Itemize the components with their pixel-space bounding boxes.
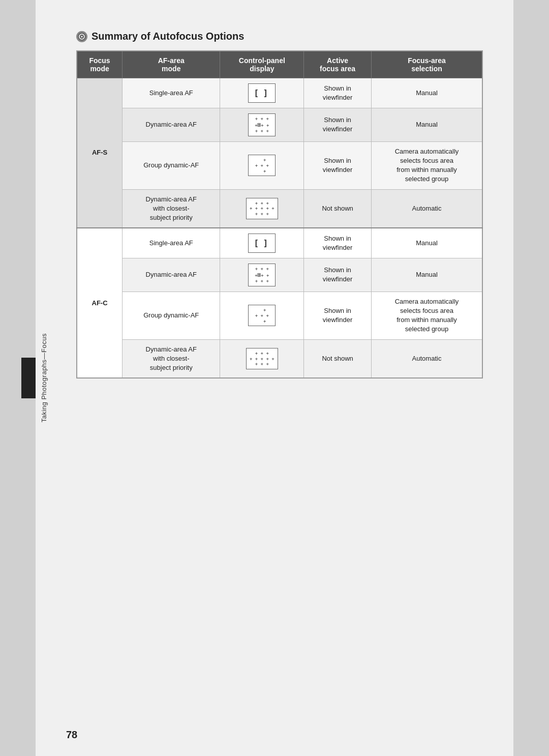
focus-selection-cell: Manual — [371, 78, 482, 108]
control-display-cell: + + + + + + + + + + + — [220, 339, 304, 378]
active-focus-cell: Shown inviewfinder — [304, 228, 372, 258]
af-area-mode-cell: Group dynamic-AF — [123, 141, 220, 189]
focus-mode-afc: AF-C — [77, 228, 123, 378]
sidebar-label: Taking Photographs—Focus — [40, 333, 48, 422]
dot-pattern-closest: + + + + + + + + + + + — [250, 200, 274, 217]
svg-point-2 — [81, 36, 83, 37]
dynamic-icon-afc: + + + +⊞+ + + + + — [248, 264, 276, 286]
closest-icon: + + + + + + + + + + + — [246, 198, 278, 219]
control-display-cell: [ ] — [220, 228, 304, 258]
table-header-row: Focusmode AF-areamode Control-paneldispl… — [77, 51, 482, 78]
page-number: 78 — [66, 729, 77, 741]
table-row: Dynamic-area AFwith closest-subject prio… — [77, 189, 482, 228]
dot-pattern-dynamic-afc: + + + +⊞+ + + + + — [255, 266, 269, 284]
focus-selection-cell: Manual — [371, 228, 482, 258]
focus-selection-cell: Automatic — [371, 189, 482, 228]
table-row: Dynamic-area AFwith closest-subject prio… — [77, 339, 482, 378]
focus-mode-afs: AF-S — [77, 78, 123, 228]
page-title: Summary of Autofocus Options — [92, 31, 244, 42]
control-display-cell: + + + +⊞+ + + + + — [220, 258, 304, 292]
control-display-cell: + + + +⊞+ + + + + — [220, 108, 304, 142]
control-display-cell: [ ] — [220, 78, 304, 108]
table-row: AF-S Single-area AF [ ] Shown inviewfind… — [77, 78, 482, 108]
active-focus-cell: Shown inviewfinder — [304, 258, 372, 292]
title-row: Summary of Autofocus Options — [76, 31, 483, 42]
focus-selection-cell: Automatic — [371, 339, 482, 378]
af-area-mode-cell: Dynamic-area AFwith closest-subject prio… — [123, 189, 220, 228]
focus-selection-cell: Manual — [371, 258, 482, 292]
af-area-mode-cell: Single-area AF — [123, 228, 220, 258]
active-focus-cell: Not shown — [304, 189, 372, 228]
af-area-mode-cell: Dynamic-area AF — [123, 108, 220, 142]
autofocus-table: Focusmode AF-areamode Control-paneldispl… — [76, 50, 483, 379]
closest-icon-afc: + + + + + + + + + + + — [246, 348, 278, 369]
dot-pattern-group: + + + + + — [255, 157, 269, 173]
focus-selection-cell: Manual — [371, 108, 482, 142]
active-focus-cell: Shown inviewfinder — [304, 292, 372, 339]
section-icon — [76, 31, 87, 42]
bracket-icon-afc: [ ] — [248, 234, 276, 253]
active-focus-cell: Shown inviewfinder — [304, 108, 372, 142]
group-icon-afc: + + + + + — [248, 305, 276, 326]
page-container: Taking Photographs—Focus Summary of Auto… — [36, 0, 513, 756]
focus-selection-cell: Camera automaticallyselects focus areafr… — [371, 141, 482, 189]
focus-selection-cell: Camera automaticallyselects focus areafr… — [371, 292, 482, 339]
af-area-mode-cell: Dynamic-area AFwith closest-subject prio… — [123, 339, 220, 378]
col-header-focus-mode: Focusmode — [77, 51, 123, 78]
col-header-control-panel: Control-paneldisplay — [220, 51, 304, 78]
col-header-focus-selection: Focus-areaselection — [371, 51, 482, 78]
active-focus-cell: Shown inviewfinder — [304, 78, 372, 108]
active-focus-cell: Not shown — [304, 339, 372, 378]
col-header-active-focus: Activefocus area — [304, 51, 372, 78]
sidebar-tab: Taking Photographs—Focus — [36, 0, 52, 756]
af-area-mode-cell: Single-area AF — [123, 78, 220, 108]
active-focus-cell: Shown inviewfinder — [304, 141, 372, 189]
table-row: Dynamic-area AF + + + +⊞+ + + + + Shown … — [77, 108, 482, 142]
group-icon: + + + + + — [248, 155, 276, 176]
bracket-icon: [ ] — [248, 83, 276, 103]
table-row: Group dynamic-AF + + + + + Shown inviewf… — [77, 141, 482, 189]
dot-pattern-group-afc: + + + + + — [255, 307, 269, 324]
dot-pattern-closest-afc: + + + + + + + + + + + — [250, 351, 274, 367]
bracket-symbol: [ ] — [255, 88, 269, 99]
table-row: Group dynamic-AF + + + + + Shown inviewf… — [77, 292, 482, 339]
black-tab — [21, 358, 36, 398]
dynamic-icon: + + + +⊞+ + + + + — [248, 113, 276, 136]
bracket-symbol-afc: [ ] — [255, 238, 269, 249]
af-area-mode-cell: Group dynamic-AF — [123, 292, 220, 339]
col-header-af-area-mode: AF-areamode — [123, 51, 220, 78]
dot-pattern-dynamic: + + + +⊞+ + + + + — [255, 116, 269, 134]
control-display-cell: + + + + + — [220, 292, 304, 339]
table-row: AF-C Single-area AF [ ] Shown inviewfind… — [77, 228, 482, 258]
control-display-cell: + + + + + + + + + + + — [220, 189, 304, 228]
table-row: Dynamic-area AF + + + +⊞+ + + + + Shown … — [77, 258, 482, 292]
af-area-mode-cell: Dynamic-area AF — [123, 258, 220, 292]
control-display-cell: + + + + + — [220, 141, 304, 189]
